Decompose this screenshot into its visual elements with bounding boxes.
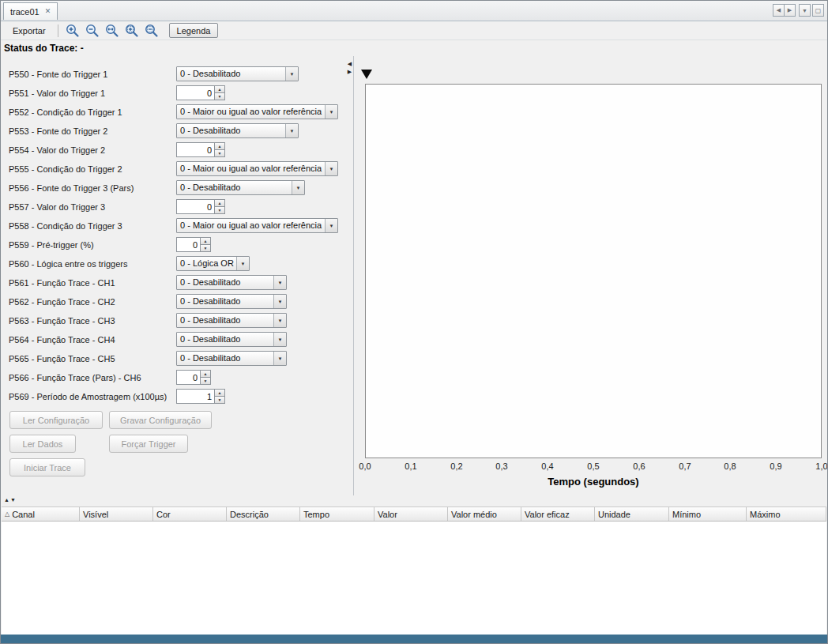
param-spinner-p554: ▲▼ xyxy=(176,142,225,157)
trigger-position-marker-icon xyxy=(361,70,372,79)
param-select-p556[interactable]: 0 - Desabilitado▼ xyxy=(176,180,305,195)
param-spinner-p566: ▲▼ xyxy=(176,370,211,385)
spinner-down-button[interactable]: ▼ xyxy=(214,150,225,157)
column-header-valor-eficaz[interactable]: Valor eficaz xyxy=(521,507,595,521)
column-header-label: Valor eficaz xyxy=(525,510,570,519)
zoom-out-icon xyxy=(85,23,100,38)
tab-trace01[interactable]: trace01 ✕ xyxy=(3,2,58,20)
column-header-unidade[interactable]: Unidade xyxy=(595,507,669,521)
column-header-descricao[interactable]: Descrição xyxy=(227,507,300,521)
ler-configuracao-button[interactable]: Ler Configuração xyxy=(9,411,103,429)
spinner-up-button[interactable]: ▲ xyxy=(214,389,225,397)
spinner-down-button[interactable]: ▼ xyxy=(200,378,211,385)
spinner-down-button[interactable]: ▼ xyxy=(214,397,225,404)
spinner-input-p551[interactable] xyxy=(176,85,214,100)
param-select-p552[interactable]: 0 - Maior ou igual ao valor referência▼ xyxy=(176,104,338,119)
spinner-down-button[interactable]: ▼ xyxy=(214,93,225,100)
param-label-p551: P551 - Valor do Trigger 1 xyxy=(9,89,105,98)
spinner-down-button[interactable]: ▼ xyxy=(200,245,211,252)
param-row-p550: P550 - Fonte do Trigger 10 - Desabilitad… xyxy=(2,66,346,85)
spinner-up-button[interactable]: ▲ xyxy=(214,199,225,207)
scroll-tabs-right-button[interactable]: ▶ xyxy=(784,4,796,17)
collapse-left-icon[interactable]: ◀ xyxy=(346,60,353,67)
zoom-fit-icon xyxy=(104,23,119,38)
x-tick-label: 0,1 xyxy=(405,461,416,471)
close-icon[interactable]: ✕ xyxy=(45,8,51,15)
combo-value: 0 - Desabilitado xyxy=(177,352,273,365)
zoom-in-icon xyxy=(65,23,80,38)
column-header-valor[interactable]: Valor xyxy=(374,507,448,521)
param-select-p550[interactable]: 0 - Desabilitado▼ xyxy=(176,66,299,81)
param-select-p560[interactable]: 0 - Lógica OR▼ xyxy=(176,256,250,271)
param-select-p564[interactable]: 0 - Desabilitado▼ xyxy=(176,332,287,347)
zoom-fit-button[interactable] xyxy=(103,22,121,40)
gravar-configuracao-button[interactable]: Gravar Configuração xyxy=(109,411,212,429)
column-header-valor-medio[interactable]: Valor médio xyxy=(448,507,521,521)
ler-dados-button[interactable]: Ler Dados xyxy=(9,435,76,453)
chevron-down-icon: ▼ xyxy=(325,219,337,232)
column-header-minimo[interactable]: Mínimo xyxy=(669,507,747,521)
spinner-input-p559[interactable] xyxy=(176,237,200,252)
x-tick-label: 0,4 xyxy=(541,461,553,471)
collapse-right-icon[interactable]: ▶ xyxy=(346,68,353,75)
horizontal-splitter[interactable]: ▲▼ xyxy=(1,495,827,507)
spinner-up-button[interactable]: ▲ xyxy=(214,85,225,93)
spinner-up-button[interactable]: ▲ xyxy=(200,370,211,378)
combo-value: 0 - Maior ou igual ao valor referência xyxy=(177,219,325,232)
param-select-p563[interactable]: 0 - Desabilitado▼ xyxy=(176,313,287,328)
param-select-p555[interactable]: 0 - Maior ou igual ao valor referência▼ xyxy=(176,161,338,176)
chevron-down-icon: ▼ xyxy=(325,162,337,175)
chevron-down-icon: ▼ xyxy=(292,181,304,194)
spinner-buttons: ▲▼ xyxy=(214,199,225,214)
vertical-splitter[interactable]: ◀ ▶ xyxy=(346,56,353,495)
trace-status-label: Status do Trace: - xyxy=(4,43,84,54)
zoom-out-button[interactable] xyxy=(83,22,101,40)
param-label-p560: P560 - Lógica entre os triggers xyxy=(9,259,127,269)
param-select-p558[interactable]: 0 - Maior ou igual ao valor referência▼ xyxy=(176,218,338,233)
param-label-p552: P552 - Condição do Trigger 1 xyxy=(9,107,122,117)
combo-value: 0 - Desabilitado xyxy=(177,124,285,137)
param-row-p569: P569 - Período de Amostragem (x100µs)▲▼ xyxy=(2,388,346,407)
splitter-collapse-arrows[interactable]: ▲▼ xyxy=(4,497,17,503)
zoom-selection-in-button[interactable] xyxy=(122,22,141,40)
iniciar-trace-button[interactable]: Iniciar Trace xyxy=(9,458,85,476)
param-row-p562: P562 - Função Trace - CH20 - Desabilitad… xyxy=(2,293,346,312)
plot-area[interactable] xyxy=(365,84,822,458)
param-row-p551: P551 - Valor do Trigger 1▲▼ xyxy=(2,85,346,104)
spinner-input-p566[interactable] xyxy=(176,370,200,385)
param-select-p565[interactable]: 0 - Desabilitado▼ xyxy=(176,351,287,366)
column-header-tempo[interactable]: Tempo xyxy=(300,507,374,521)
spinner-down-button[interactable]: ▼ xyxy=(214,207,225,214)
scroll-tabs-left-button[interactable]: ◀ xyxy=(773,4,785,17)
column-header-maximo[interactable]: Máximo xyxy=(747,507,826,521)
param-row-p553: P553 - Fonte do Trigger 20 - Desabilitad… xyxy=(2,122,346,141)
zoom-in-button[interactable] xyxy=(63,22,81,40)
spinner-input-p569[interactable] xyxy=(176,389,214,404)
column-header-label: Valor médio xyxy=(451,510,497,519)
x-tick-label: 0,0 xyxy=(359,461,371,471)
combo-value: 0 - Maior ou igual ao valor referência xyxy=(177,162,325,175)
column-header-cor[interactable]: Cor xyxy=(153,507,227,521)
param-select-p561[interactable]: 0 - Desabilitado▼ xyxy=(176,275,287,290)
maximize-window-button[interactable]: ▢ xyxy=(812,4,824,17)
param-select-p562[interactable]: 0 - Desabilitado▼ xyxy=(176,294,287,309)
collapse-down-icon[interactable]: ▼ xyxy=(10,497,17,503)
collapse-up-icon[interactable]: ▲ xyxy=(4,497,10,503)
exportar-button[interactable]: Exportar xyxy=(6,23,53,39)
spinner-input-p554[interactable] xyxy=(176,142,214,157)
spinner-up-button[interactable]: ▲ xyxy=(214,142,225,150)
spinner-up-button[interactable]: ▲ xyxy=(200,237,211,245)
forcar-trigger-button[interactable]: Forçar Trigger xyxy=(109,435,188,453)
x-tick-label: 0,5 xyxy=(587,461,599,471)
chevron-down-icon: ▼ xyxy=(273,352,286,365)
column-header-canal[interactable]: △Canal xyxy=(2,507,80,521)
zoom-selection-out-button[interactable] xyxy=(142,22,160,40)
tab-list-dropdown-button[interactable]: ▼ xyxy=(799,4,811,17)
param-row-p557: P557 - Valor do Trigger 3▲▼ xyxy=(2,198,346,217)
param-label-p563: P563 - Função Trace - CH3 xyxy=(9,316,115,326)
chevron-down-icon: ▼ xyxy=(285,67,298,81)
column-header-visivel[interactable]: Visível xyxy=(80,507,153,521)
legenda-toggle-button[interactable]: Legenda xyxy=(169,23,219,38)
spinner-input-p557[interactable] xyxy=(176,199,214,214)
param-select-p553[interactable]: 0 - Desabilitado▼ xyxy=(176,123,299,138)
